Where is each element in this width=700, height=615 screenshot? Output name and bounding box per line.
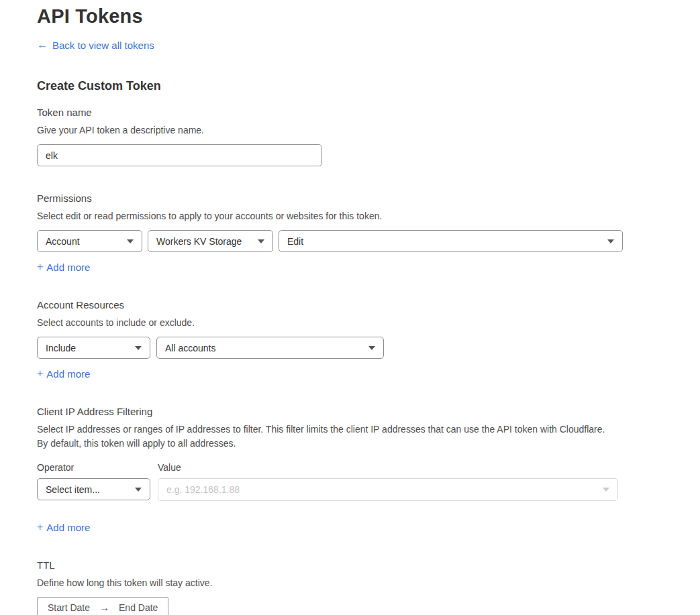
account-resources-scope-value: All accounts (165, 343, 215, 353)
account-resources-add-more-link[interactable]: + Add more (37, 368, 90, 380)
operator-label: Operator (37, 462, 158, 473)
add-more-label: Add more (46, 368, 90, 380)
permissions-row: Account Workers KV Storage Edit (37, 230, 700, 252)
start-date-field[interactable]: Start Date (48, 602, 90, 613)
account-resources-mode-select[interactable]: Include (37, 337, 150, 359)
permission-scope-value: Account (46, 236, 80, 247)
chevron-down-icon (135, 346, 142, 350)
account-resources-row: Include All accounts (37, 337, 700, 359)
permission-scope-select[interactable]: Account (37, 230, 142, 252)
token-name-description: Give your API token a descriptive name. (37, 123, 700, 137)
page-title: API Tokens (37, 5, 700, 27)
arrow-right-icon: → (99, 602, 109, 613)
ip-operator-value: Select item... (46, 484, 100, 495)
token-name-label: Token name (37, 107, 700, 118)
token-name-input[interactable] (37, 144, 322, 166)
chevron-down-icon (368, 346, 375, 350)
plus-icon: + (37, 368, 43, 380)
plus-icon: + (37, 261, 43, 273)
ip-value-combobox[interactable] (158, 478, 618, 501)
ip-filtering-field-labels: Operator Value (37, 462, 700, 473)
ip-filtering-label: Client IP Address Filtering (37, 406, 700, 417)
chevron-down-icon (127, 239, 134, 243)
api-tokens-page: API Tokens ← Back to view all tokens Cre… (0, 0, 700, 615)
back-link-label: Back to view all tokens (52, 40, 154, 51)
back-to-tokens-link[interactable]: ← Back to view all tokens (37, 39, 154, 51)
account-resources-description: Select accounts to include or exclude. (37, 316, 700, 330)
value-label: Value (158, 462, 181, 473)
ttl-date-range-picker[interactable]: Start Date → End Date (37, 597, 168, 615)
permission-access-select[interactable]: Edit (279, 230, 623, 252)
back-arrow-icon: ← (37, 39, 48, 51)
account-resources-scope-select[interactable]: All accounts (156, 337, 384, 359)
permissions-label: Permissions (37, 192, 700, 204)
chevron-down-icon (607, 239, 614, 243)
ttl-description: Define how long this token will stay act… (37, 576, 700, 590)
ip-filtering-add-more-link[interactable]: + Add more (37, 521, 90, 533)
permission-group-select[interactable]: Workers KV Storage (148, 230, 273, 252)
permissions-add-more-link[interactable]: + Add more (37, 261, 90, 273)
add-more-label: Add more (46, 262, 90, 273)
permission-access-value: Edit (287, 236, 303, 247)
permissions-description: Select edit or read permissions to apply… (37, 209, 700, 223)
chevron-down-icon (603, 488, 609, 492)
add-more-label: Add more (46, 522, 90, 533)
ip-value-input[interactable] (166, 484, 597, 495)
account-resources-label: Account Resources (37, 299, 700, 311)
permission-group-value: Workers KV Storage (156, 236, 242, 247)
account-resources-mode-value: Include (46, 343, 76, 353)
ip-filtering-row: Select item... (37, 478, 700, 501)
ttl-label: TTL (37, 559, 700, 571)
chevron-down-icon (135, 488, 142, 492)
ip-filtering-description: Select IP addresses or ranges of IP addr… (37, 423, 615, 451)
plus-icon: + (37, 521, 43, 533)
chevron-down-icon (258, 239, 264, 243)
end-date-field[interactable]: End Date (119, 602, 158, 613)
create-custom-token-heading: Create Custom Token (37, 79, 700, 93)
ip-operator-select[interactable]: Select item... (37, 478, 150, 500)
